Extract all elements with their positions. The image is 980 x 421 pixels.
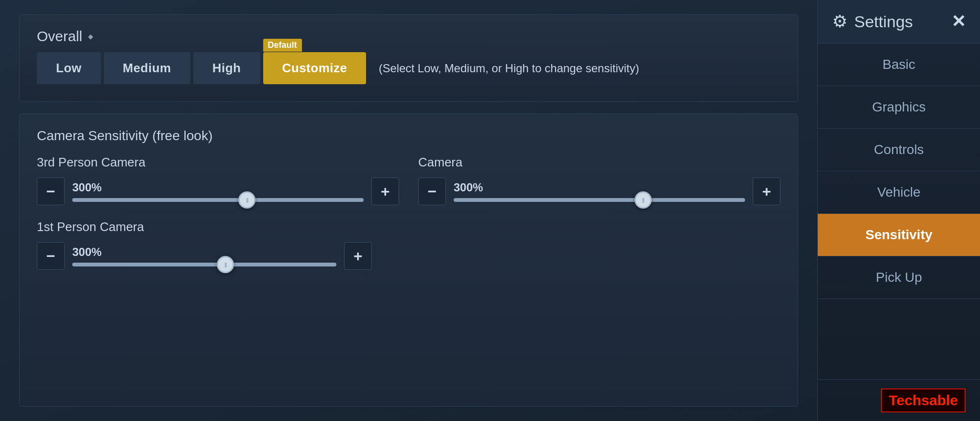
camera-grid: 3rd Person Camera − 300% + [37,155,780,205]
camera-col: Camera − 300% + [418,155,780,205]
sidebar-nav: Basic Graphics Controls Vehicle Sensitiv… [818,44,980,379]
third-person-slider-container: 300% [72,181,364,202]
settings-label: Settings [854,12,913,31]
third-person-decrease-button[interactable]: − [37,177,65,205]
default-tag: Default [263,39,302,52]
low-button[interactable]: Low [37,52,101,84]
third-person-col: 3rd Person Camera − 300% + [37,155,399,205]
first-person-label: 1st Person Camera [37,220,780,234]
first-person-section: 1st Person Camera − 300% + [37,220,780,270]
camera-value: 300% [454,181,745,194]
sidebar-item-basic[interactable]: Basic [818,44,980,86]
sidebar-item-sensitivity[interactable]: Sensitivity [818,214,980,256]
camera-label: Camera [418,155,780,170]
medium-button[interactable]: Medium [104,52,190,84]
sidebar-item-controls[interactable]: Controls [818,129,980,171]
settings-title-row: ⚙ Settings [832,11,913,32]
first-person-increase-button[interactable]: + [344,242,372,270]
gear-icon: ⚙ [832,11,847,32]
camera-slider-row: − 300% + [418,177,780,205]
sidebar-header: ⚙ Settings ✕ [818,0,980,44]
overall-text: Overall [37,28,82,44]
camera-track-bg [454,198,745,202]
first-person-thumb[interactable] [217,256,234,273]
sidebar: ⚙ Settings ✕ Basic Graphics Controls Veh… [817,0,980,421]
high-button[interactable]: High [193,52,260,84]
camera-decrease-button[interactable]: − [418,177,446,205]
third-person-track[interactable] [72,198,364,202]
techsable-badge: Techsable [818,379,980,421]
camera-thumb[interactable] [635,191,652,209]
customize-button[interactable]: Customize [263,52,367,84]
camera-slider-container: 300% [454,181,745,202]
first-person-slider-container: 300% [72,245,336,266]
first-person-track-bg [72,263,336,266]
close-icon[interactable]: ✕ [951,11,966,32]
sensitivity-hint: (Select Low, Medium, or High to change s… [379,62,639,75]
sidebar-item-vehicle[interactable]: Vehicle [818,171,980,214]
third-person-track-bg [72,198,364,202]
techsable-text: Techsable [881,388,966,412]
first-person-track[interactable] [72,263,336,266]
first-person-value: 300% [72,245,336,259]
camera-track[interactable] [454,198,745,202]
sidebar-item-graphics[interactable]: Graphics [818,86,980,129]
overall-label: Overall [37,28,780,44]
third-person-increase-button[interactable]: + [371,177,399,205]
camera-sensitivity-title: Camera Sensitivity (free look) [37,128,780,144]
camera-section: Camera Sensitivity (free look) 3rd Perso… [19,113,798,407]
first-person-decrease-button[interactable]: − [37,242,65,270]
sensitivity-buttons: Low Medium High Default Customize (Selec… [37,52,780,84]
camera-increase-button[interactable]: + [753,177,780,205]
sidebar-item-pickup[interactable]: Pick Up [818,256,980,299]
customize-wrapper: Default Customize [263,52,367,84]
overall-section: Overall Low Medium High Default Customiz… [19,14,798,102]
third-person-label: 3rd Person Camera [37,155,399,170]
main-content: Overall Low Medium High Default Customiz… [0,0,817,421]
third-person-value: 300% [72,181,364,194]
third-person-slider-row: − 300% + [37,177,399,205]
first-person-slider-row: − 300% + [37,242,372,270]
third-person-thumb[interactable] [238,191,256,209]
